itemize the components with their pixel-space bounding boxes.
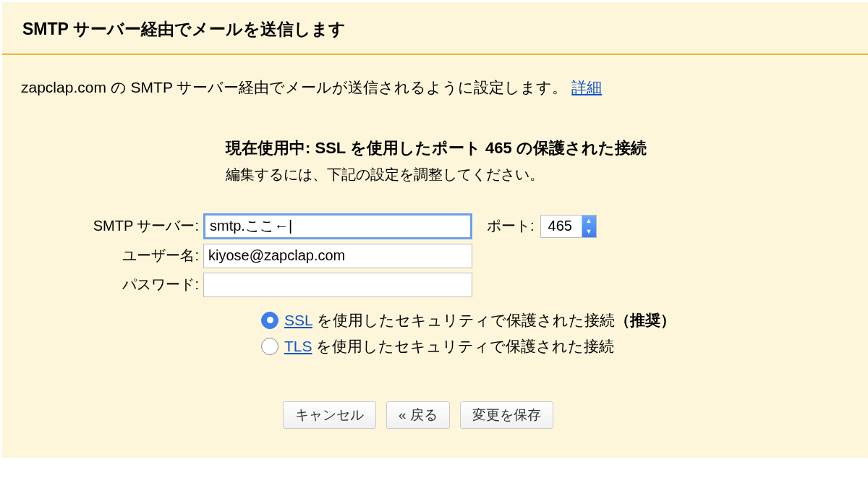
tls-radio-label: TLS を使用したセキュリティで保護された接続 <box>284 336 614 357</box>
tls-text: を使用したセキュリティで保護された接続 <box>312 338 615 354</box>
edit-hint: 編集するには、下記の設定を調整してください。 <box>226 165 544 184</box>
description-text: zapclap.com の SMTP サーバー経由でメールが送信されるように設定… <box>21 79 567 95</box>
ssl-radio-label: SSL を使用したセキュリティで保護された接続（推奨） <box>284 310 676 330</box>
ssl-link[interactable]: SSL <box>284 312 312 328</box>
port-label: ポート: <box>487 216 535 236</box>
smtp-server-row: SMTP サーバー: ポート: 465 ▲ ▼ <box>60 213 868 239</box>
learn-more-link[interactable]: 詳細 <box>571 79 602 95</box>
dialog-description: zapclap.com の SMTP サーバー経由でメールが送信されるように設定… <box>2 55 868 107</box>
current-connection-status: 現在使用中: SSL を使用したポート 465 の保護された接続 <box>226 137 647 159</box>
password-label: パスワード: <box>60 275 203 294</box>
back-button[interactable]: « 戻る <box>386 401 450 429</box>
tls-radio-row[interactable]: TLS を使用したセキュリティで保護された接続 <box>261 336 868 357</box>
tls-link[interactable]: TLS <box>284 338 312 354</box>
form-area: SMTP サーバー: ポート: 465 ▲ ▼ ユーザー名: パスワード: <box>2 213 868 429</box>
ssl-radio-row[interactable]: SSL を使用したセキュリティで保護された接続（推奨） <box>261 310 868 330</box>
username-row: ユーザー名: <box>60 244 868 268</box>
chevron-down-icon: ▼ <box>582 226 596 237</box>
password-row: パスワード: <box>60 273 868 297</box>
button-row: キャンセル « 戻る 変更を保存 <box>283 401 868 429</box>
username-input[interactable] <box>203 244 472 268</box>
current-status-block: 現在使用中: SSL を使用したポート 465 の保護された接続 編集するには、… <box>2 137 868 184</box>
ssl-text: を使用したセキュリティで保護された接続 <box>312 312 615 328</box>
chevron-up-icon: ▲ <box>582 216 596 226</box>
smtp-settings-dialog: SMTP サーバー経由でメールを送信します zapclap.com の SMTP… <box>2 2 868 458</box>
smtp-server-input[interactable] <box>203 213 472 239</box>
port-value: 465 <box>541 216 582 237</box>
password-input[interactable] <box>203 273 472 297</box>
save-button[interactable]: 変更を保存 <box>460 401 553 429</box>
dialog-title: SMTP サーバー経由でメールを送信します <box>2 2 868 55</box>
smtp-server-label: SMTP サーバー: <box>60 216 203 236</box>
radio-dot-icon <box>267 317 273 323</box>
username-label: ユーザー名: <box>60 246 203 265</box>
port-stepper-icon[interactable]: ▲ ▼ <box>582 216 596 237</box>
ssl-recommended: （推奨） <box>615 312 676 328</box>
cancel-button[interactable]: キャンセル <box>283 401 376 429</box>
port-select[interactable]: 465 ▲ ▼ <box>540 215 597 238</box>
ssl-radio[interactable] <box>261 312 278 329</box>
tls-radio[interactable] <box>261 338 278 355</box>
